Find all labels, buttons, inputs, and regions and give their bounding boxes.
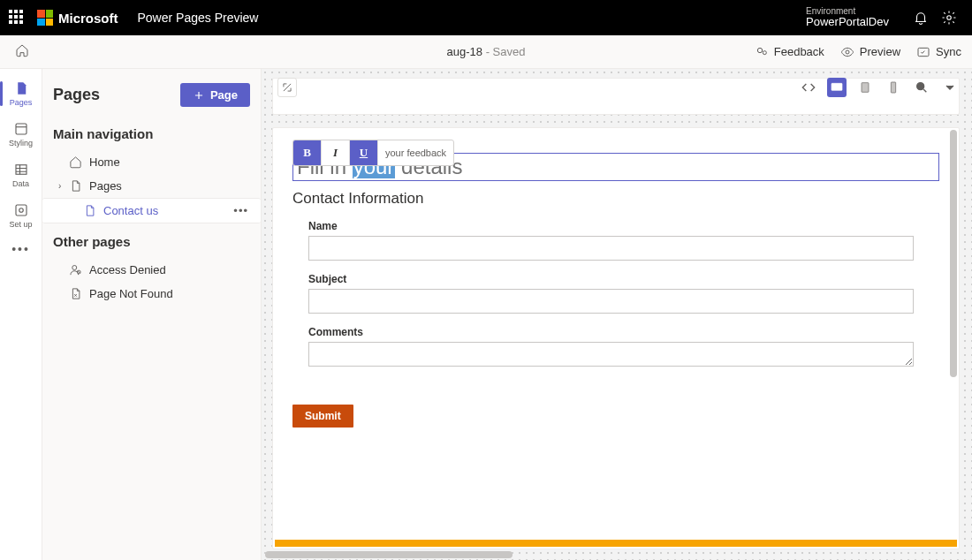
gear-icon [941, 10, 957, 26]
resize-handle[interactable] [277, 78, 297, 97]
app-launcher-icon[interactable] [9, 10, 25, 26]
zoom-icon [915, 80, 929, 95]
app-title: Power Pages Preview [138, 11, 259, 25]
panel-title: Pages [53, 86, 100, 104]
mobile-icon [886, 80, 900, 95]
submit-button[interactable]: Submit [292, 405, 353, 428]
input-comments[interactable] [308, 342, 914, 367]
zoom-dropdown[interactable] [940, 78, 960, 97]
tree-home[interactable]: Home [53, 150, 250, 174]
input-subject[interactable] [308, 289, 914, 314]
svg-point-4 [846, 50, 849, 54]
svg-point-9 [19, 208, 23, 213]
rail-styling[interactable]: Styling [0, 117, 42, 152]
rail-pages-label: Pages [10, 98, 33, 107]
tree-contact-us[interactable]: Contact us ••• [42, 198, 261, 223]
feedback-button[interactable]: Feedback [755, 45, 824, 59]
plus-icon [193, 89, 205, 102]
tree-contact-label: Contact us [103, 204, 158, 217]
preview-button[interactable]: Preview [840, 45, 900, 59]
tree-access-denied[interactable]: Access Denied [53, 258, 250, 282]
access-denied-icon [69, 263, 82, 276]
desktop-icon [830, 80, 844, 95]
command-bar: aug-18 - Saved Feedback Preview Sync [0, 35, 972, 69]
sync-label: Sync [936, 45, 961, 58]
rail-data-label: Data [12, 179, 29, 188]
rail-data[interactable]: Data [0, 157, 42, 193]
code-view-button[interactable] [799, 78, 818, 97]
heading-editor[interactable]: B I U your feedback Fill in your details [292, 153, 939, 181]
design-canvas: B I U your feedback Fill in your details… [262, 69, 972, 560]
label-name: Name [308, 220, 939, 232]
page-icon [13, 80, 29, 96]
home-button[interactable] [11, 43, 34, 60]
input-name[interactable] [308, 236, 914, 261]
tree-item-more[interactable]: ••• [233, 204, 255, 217]
bold-button[interactable]: B [293, 140, 322, 166]
environment-name: PowerPortalDev [806, 16, 889, 28]
microsoft-label: Microsoft [58, 11, 118, 26]
svg-rect-13 [862, 83, 869, 93]
zoom-button[interactable] [912, 78, 931, 97]
setup-icon [13, 202, 29, 218]
label-comments: Comments [308, 326, 939, 338]
rail-setup-label: Set up [9, 220, 32, 229]
canvas-toolbar [799, 78, 960, 97]
environment-picker[interactable]: Environment PowerPortalDev [799, 6, 889, 28]
tree-not-found-label: Page Not Found [89, 287, 173, 300]
footer-accent-bar [275, 540, 957, 547]
tree-home-label: Home [89, 155, 120, 169]
doc-status: - Saved [482, 45, 525, 58]
rail-styling-label: Styling [9, 139, 33, 148]
svg-point-2 [757, 48, 762, 52]
home-icon [69, 155, 82, 169]
bell-icon [913, 10, 929, 26]
add-page-label: Page [210, 88, 238, 102]
form-subheading: Contact Information [292, 190, 939, 208]
microsoft-logo-icon [37, 10, 53, 26]
tree-access-denied-label: Access Denied [89, 263, 166, 276]
underline-button[interactable]: U [350, 140, 378, 166]
left-rail: Pages Styling Data Set up ••• [0, 69, 42, 560]
svg-rect-6 [16, 124, 27, 134]
chevron-right-icon[interactable]: › [58, 181, 61, 191]
mobile-view-button[interactable] [884, 78, 903, 97]
format-tail-text: your feedback [378, 148, 453, 158]
sync-button[interactable]: Sync [916, 45, 961, 59]
preview-label: Preview [860, 45, 900, 58]
section-main-nav: Main navigation [53, 126, 250, 141]
styling-icon [13, 121, 29, 137]
feedback-icon [755, 45, 769, 59]
tablet-view-button[interactable] [855, 78, 875, 97]
rail-pages[interactable]: Pages [0, 76, 42, 111]
page-icon [69, 179, 82, 193]
tree-pages-label: Pages [89, 179, 122, 193]
feedback-label: Feedback [774, 45, 824, 58]
horizontal-scrollbar[interactable] [265, 551, 513, 558]
page-icon [83, 204, 96, 217]
svg-rect-8 [16, 205, 27, 216]
resize-icon [281, 81, 293, 94]
not-found-icon [69, 287, 82, 300]
tree-not-found[interactable]: Page Not Found [53, 282, 250, 306]
canvas-section-form: B I U your feedback Fill in your details… [272, 127, 960, 549]
rail-more[interactable]: ••• [11, 242, 30, 256]
italic-button[interactable]: I [322, 140, 350, 166]
rail-setup[interactable]: Set up [0, 198, 42, 233]
tree-pages[interactable]: › Pages [53, 174, 250, 198]
home-icon [15, 43, 29, 57]
svg-rect-7 [16, 165, 27, 175]
desktop-view-button[interactable] [827, 78, 847, 97]
svg-rect-12 [832, 83, 842, 90]
settings-button[interactable] [935, 4, 963, 32]
notifications-button[interactable] [907, 4, 935, 32]
svg-point-10 [72, 266, 77, 270]
eye-icon [840, 45, 854, 59]
pages-panel: Pages Page Main navigation Home › Pages … [42, 69, 262, 560]
text-format-toolbar: B I U your feedback [292, 140, 454, 166]
section-other-pages: Other pages [53, 234, 250, 249]
add-page-button[interactable]: Page [180, 83, 250, 107]
label-subject: Subject [308, 273, 939, 285]
svg-point-1 [947, 16, 952, 20]
svg-rect-14 [891, 82, 895, 93]
